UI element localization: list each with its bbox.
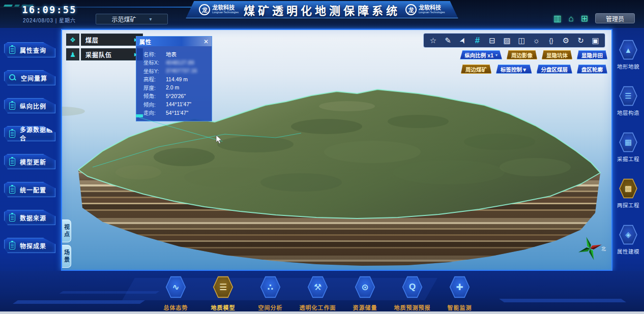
doc-icon	[9, 46, 15, 54]
prop-label: 厚度:	[143, 84, 166, 91]
vertical-scale-button[interactable]: 纵向比例 x1 ▾	[460, 50, 502, 59]
title-wrap: 龙 龙软科技 Longruan Technologies 煤矿透明化地测保障系统…	[0, 0, 644, 20]
rail-item-label: 采掘工程	[617, 155, 639, 163]
nav-label: 地质模型	[211, 303, 236, 311]
prop-value-strike: 54°11'47"	[166, 110, 188, 116]
toggle-minefield-button[interactable]: 显隐井田	[577, 50, 607, 59]
layer-row-coal-seam[interactable]: ❖ 煤层 ▶	[66, 34, 143, 46]
select-cursor-icon[interactable]: ➤	[453, 31, 472, 50]
label-control-button[interactable]: 标签控制▼	[496, 65, 532, 74]
sidebar-item-vertical-scale[interactable]: 纵向比例	[4, 98, 55, 113]
logo-zh: 龙软科技	[419, 5, 445, 11]
doc-icon	[9, 214, 15, 222]
prop-value-name: 地表	[166, 50, 177, 58]
surrounding-mines-button[interactable]: 周边煤矿	[461, 65, 491, 74]
map-viewport[interactable]: ❖ 煤层 ▶ ♟ 采掘队伍 ▶ 属性 ✕ 名称:地表	[61, 29, 612, 271]
layer-label: 采掘队伍	[85, 50, 112, 59]
doc-icon	[9, 158, 15, 166]
logo-en: Longruan Technologies	[212, 11, 239, 14]
district-outline-button[interactable]: 盘区轮廓	[577, 65, 607, 74]
property-popup-title: 属性	[139, 38, 152, 46]
clip-plane-icon[interactable]: ◫	[514, 34, 529, 47]
district-coal-seam-button[interactable]: 分盘区煤层	[537, 65, 573, 74]
chevron-down-icon: ▾	[495, 53, 497, 57]
rail-item-label: 两探工程	[617, 201, 639, 209]
map-button-row-2: 周边煤矿 标签控制▼ 分盘区煤层 盘区轮廓	[461, 65, 607, 74]
nav-item-overall-situation[interactable]: ∿ 总体态势	[152, 275, 199, 311]
rail-item-mining-engineering[interactable]: ▦ 采掘工程	[617, 132, 639, 163]
search-icon	[9, 74, 16, 81]
left-sidebar: 属性查询 空间量算 纵向比例 多源数据融合 模型更新 统一配置 数据来源 物探	[0, 28, 61, 271]
nav-label: 空间分析	[258, 303, 283, 311]
terrain-icon: ▲	[620, 40, 637, 59]
tab-viewpoint[interactable]: 视点	[62, 219, 71, 242]
shield-plus-icon: ✚	[450, 276, 470, 298]
draw-pencil-icon[interactable]: ✎	[441, 34, 455, 47]
sidebar-item-label: 属性查询	[20, 46, 46, 54]
stratum-icon: ☰	[620, 86, 637, 106]
prop-value-coord-y: 37407737.16	[166, 68, 197, 74]
rail-item-stratum-structure[interactable]: ☰ 地层构造	[617, 85, 639, 116]
sidebar-item-multisource-fusion[interactable]: 多源数据融合	[4, 126, 55, 141]
toggle-pit-button[interactable]: 显隐坑体	[542, 50, 572, 59]
layers-stack-icon: ☰	[214, 276, 233, 298]
sidebar-item-geophysical-results[interactable]: 物探成果	[4, 238, 55, 253]
brightness-icon[interactable]: ☼	[529, 34, 544, 47]
mouse-cursor	[216, 135, 223, 145]
tab-scene[interactable]: 场景	[62, 245, 71, 268]
property-popup: 属性 ✕ 名称:地表 坐标X:4048127.89 坐标Y:37407737.1…	[136, 36, 212, 121]
home-icon[interactable]: ⌂	[568, 14, 573, 23]
power-icon: ⊙	[356, 276, 375, 298]
bottom-nav: ∿ 总体态势 ☰ 地质模型 ∴ 空间分析 ⚒ 透明化工作面 ⊙ 资源储量 Q 地…	[152, 275, 483, 311]
sidebar-item-model-update[interactable]: 模型更新	[4, 154, 55, 169]
surrounding-imagery-button[interactable]: 周边影像	[507, 50, 537, 59]
grid-snap-icon[interactable]: #	[470, 34, 485, 47]
prop-label: 走向:	[143, 109, 166, 116]
compass-rose[interactable]: 北	[575, 233, 608, 265]
rail-item-exploration-engineering[interactable]: ▩ 两探工程	[617, 178, 639, 209]
annotation-braces-icon[interactable]: {}	[544, 34, 559, 47]
nav-label: 智能监测	[448, 303, 472, 311]
prop-value-dip-direction: 144°11'47"	[166, 101, 191, 107]
layer-label: 煤层	[85, 36, 99, 44]
admin-button[interactable]: 管理员	[595, 13, 635, 23]
rail-item-attribute-modeling[interactable]: ◈ 属性建模	[617, 224, 639, 255]
nav-item-smart-monitoring[interactable]: ✚ 智能监测	[436, 275, 483, 311]
nav-item-geological-forecast[interactable]: Q 地质预测预报	[389, 275, 436, 311]
search-chart-icon: Q	[403, 276, 422, 298]
sidebar-item-attribute-query[interactable]: 属性查询	[4, 42, 55, 57]
sidebar-item-data-source[interactable]: 数据来源	[4, 210, 55, 225]
nav-label: 资源储量	[353, 303, 377, 311]
page-title: 煤矿透明化地测保障系统	[244, 2, 400, 18]
layer-row-mining-team[interactable]: ♟ 采掘队伍 ▶	[66, 48, 143, 60]
nav-item-spatial-analysis[interactable]: ∴ 空间分析	[247, 275, 294, 311]
close-icon[interactable]: ✕	[203, 39, 209, 45]
measure-ruler-icon[interactable]: ⊟	[485, 34, 500, 47]
settings-gear-icon[interactable]: ⚙	[559, 34, 573, 47]
sidebar-item-label: 纵向比例	[20, 102, 46, 110]
logo-dragon-icon: 龙	[199, 4, 210, 15]
bottom-deco	[59, 291, 159, 294]
nav-label: 地质预测预报	[394, 303, 431, 311]
sidebar-item-unified-config[interactable]: 统一配置	[4, 182, 55, 197]
nav-item-resource-reserves[interactable]: ⊙ 资源储量	[341, 275, 389, 311]
rail-item-label: 地层构造	[617, 109, 639, 116]
prop-value-thickness: 2.0 m	[166, 84, 179, 90]
prop-label: 高程:	[143, 75, 166, 83]
layers-copy-icon[interactable]: ▣	[588, 34, 603, 47]
building-icon[interactable]: ▥	[553, 14, 561, 23]
apps-grid-icon[interactable]: ⊞	[581, 14, 588, 23]
layers-panel: ❖ 煤层 ▶ ♟ 采掘队伍 ▶	[66, 34, 143, 60]
refresh-icon[interactable]: ↻	[573, 34, 588, 47]
header-actions: ▥ ⌂ ⊞ 管理员	[553, 13, 635, 23]
sidebar-item-spatial-measure[interactable]: 空间量算	[4, 70, 55, 85]
rail-item-terrain[interactable]: ▲ 地形地貌	[617, 39, 639, 70]
nav-item-geological-model[interactable]: ☰ 地质模型	[199, 275, 247, 311]
viewport-side-tabs: 视点 场景	[62, 219, 71, 268]
nav-item-transparent-workface[interactable]: ⚒ 透明化工作面	[294, 275, 341, 311]
bottom-deco	[13, 300, 145, 304]
favorite-star-icon[interactable]: ☆	[426, 34, 441, 47]
rail-item-label: 属性建模	[617, 247, 639, 255]
fill-region-icon[interactable]: ▨	[500, 34, 514, 47]
nav-label: 透明化工作面	[300, 303, 336, 311]
